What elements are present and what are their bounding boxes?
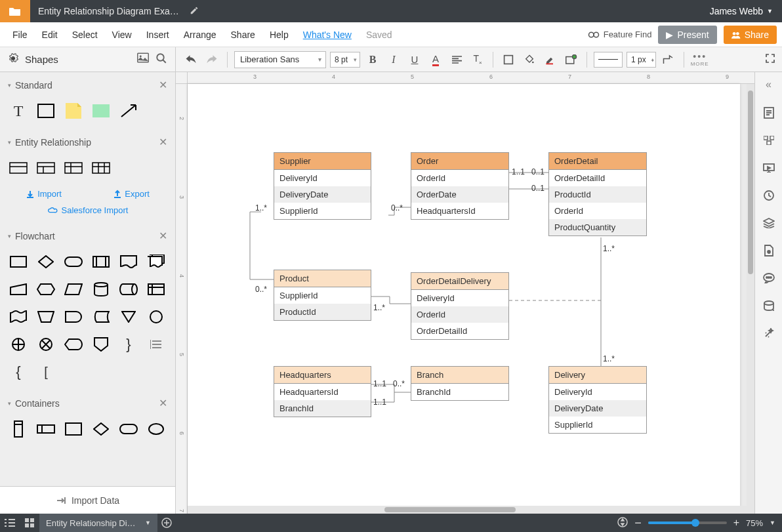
fc-stored[interactable] [92, 308, 110, 326]
chat-icon[interactable] [761, 270, 777, 286]
bold-icon[interactable]: B [364, 51, 381, 68]
menu-share[interactable]: Share [224, 30, 262, 40]
entity-field[interactable]: SupplierId [274, 287, 371, 304]
er-shape-3[interactable] [64, 159, 83, 177]
align-icon[interactable] [448, 51, 465, 68]
category-er[interactable]: Entity Relationship✕ [0, 129, 175, 155]
fc-tape[interactable] [9, 308, 28, 326]
entity-field[interactable]: OrderId [411, 306, 508, 323]
line-routing-icon[interactable] [660, 51, 677, 68]
font-family-select[interactable]: Liberation Sans [234, 51, 326, 68]
category-containers[interactable]: Containers✕ [0, 390, 175, 416]
fc-manual-input[interactable] [9, 280, 28, 298]
magic-icon[interactable] [761, 325, 777, 341]
entity-field[interactable]: SupplierId [274, 203, 371, 219]
fc-offpage[interactable] [92, 335, 110, 354]
menu-arrange[interactable]: Arrange [176, 30, 224, 40]
page-icon[interactable] [761, 105, 777, 121]
er-export-link[interactable]: Export [113, 189, 150, 199]
entity-field[interactable]: BranchId [411, 384, 508, 400]
line-width-input[interactable]: 1 px [627, 52, 656, 68]
menu-help[interactable]: Help [262, 30, 296, 40]
cont-6[interactable] [147, 420, 165, 438]
fc-brace-l[interactable]: { [9, 363, 28, 381]
doc-icon[interactable] [761, 243, 777, 258]
whats-new-link[interactable]: What's New [296, 30, 359, 40]
fc-manual-op[interactable] [37, 308, 55, 326]
document-title[interactable]: Entity Relationship Diagram Exa… [30, 6, 187, 16]
entity-field[interactable]: OrderId [549, 203, 646, 219]
entity-delivery[interactable]: Delivery DeliveryId DeliveryDate Supplie… [548, 366, 647, 434]
fc-database[interactable] [92, 280, 110, 298]
entity-orderdetail[interactable]: OrderDetail OrderDetailId ProductId Orde… [548, 152, 647, 236]
font-size-select[interactable]: 8 pt [330, 52, 360, 68]
close-icon[interactable]: ✕ [159, 79, 167, 91]
cont-1[interactable] [9, 420, 28, 438]
cont-4[interactable] [92, 420, 110, 438]
entity-order[interactable]: Order OrderId OrderDate HeadquartersId [411, 152, 509, 220]
fc-bracket[interactable]: [ [37, 363, 55, 381]
fc-terminator[interactable] [64, 253, 83, 271]
menu-view[interactable]: View [105, 30, 139, 40]
er-shape-4[interactable] [92, 159, 110, 177]
entity-hq[interactable]: Headquarters HeadquartersId BranchId [274, 366, 371, 417]
present-button[interactable]: ▶ Present [658, 26, 716, 44]
fc-doc[interactable] [119, 253, 138, 271]
shape-outline-icon[interactable] [500, 51, 517, 68]
entity-field[interactable]: OrderDetailId [549, 170, 646, 186]
text-color-icon[interactable]: A [427, 51, 444, 68]
vertical-scrollbar[interactable] [747, 84, 754, 506]
cont-5[interactable] [119, 420, 138, 438]
entity-odd[interactable]: OrderDetailDelivery DeliveryId OrderId O… [411, 272, 509, 340]
fc-brace-r[interactable]: } [119, 335, 138, 354]
diagram-page[interactable]: Supplier DeliveryId DeliveryDate Supplie… [188, 84, 740, 514]
gear-icon[interactable] [8, 53, 18, 66]
er-shape-2[interactable] [37, 159, 55, 177]
fc-predef[interactable] [92, 253, 110, 271]
presentation-icon[interactable] [761, 160, 777, 176]
fc-data[interactable] [64, 280, 83, 298]
more-button[interactable]: ••• MORE [691, 52, 709, 67]
rect-shape[interactable] [37, 102, 55, 120]
cont-2[interactable] [37, 420, 55, 438]
undo-icon[interactable] [182, 51, 199, 68]
redo-icon[interactable] [203, 51, 220, 68]
entity-field[interactable]: ProductId [549, 186, 646, 203]
entity-field[interactable]: DeliveryDate [274, 186, 371, 203]
entity-field[interactable]: SupplierId [549, 417, 646, 433]
fc-internal[interactable] [147, 280, 165, 298]
entity-field[interactable]: DeliveryId [549, 384, 646, 400]
fill-icon[interactable] [521, 51, 538, 68]
entity-field[interactable]: HeadquartersId [274, 384, 371, 400]
autoscroll-icon[interactable] [617, 517, 628, 529]
entity-field[interactable]: OrderId [411, 170, 508, 186]
history-icon[interactable] [761, 188, 777, 203]
close-icon[interactable]: ✕ [159, 136, 167, 148]
entity-field[interactable]: HeadquartersId [411, 203, 508, 219]
image-icon[interactable] [137, 52, 149, 66]
category-standard[interactable]: Standard✕ [0, 72, 175, 98]
entity-branch[interactable]: Branch BranchId [411, 366, 509, 401]
search-icon[interactable] [155, 52, 167, 66]
fc-diamond[interactable] [37, 253, 55, 271]
canvas[interactable]: 3 4 5 6 7 8 9 2 3 4 5 6 7 [176, 72, 754, 514]
note-shape[interactable] [64, 102, 83, 120]
folder-icon[interactable] [0, 0, 30, 22]
zoom-in-button[interactable]: + [733, 517, 739, 529]
entity-field[interactable]: OrderDetailId [411, 323, 508, 339]
fc-sum[interactable] [37, 335, 55, 354]
italic-icon[interactable]: I [385, 51, 402, 68]
edit-title-icon[interactable] [190, 6, 199, 17]
fullscreen-icon[interactable] [765, 53, 775, 66]
fc-merge[interactable] [119, 308, 138, 326]
block-shape[interactable] [92, 102, 110, 120]
fc-rect[interactable] [9, 253, 28, 271]
user-menu[interactable]: James Webb ▼ [701, 6, 782, 16]
entity-field[interactable]: DeliveryId [274, 170, 371, 186]
entity-field[interactable]: ProductId [274, 304, 371, 320]
fc-multidoc[interactable] [147, 253, 165, 271]
menu-edit[interactable]: Edit [35, 30, 65, 40]
entity-supplier[interactable]: Supplier DeliveryId DeliveryDate Supplie… [274, 152, 371, 220]
menu-file[interactable]: File [5, 30, 35, 40]
page-tab[interactable]: Entity Relationship Dia…▼ [39, 514, 157, 532]
